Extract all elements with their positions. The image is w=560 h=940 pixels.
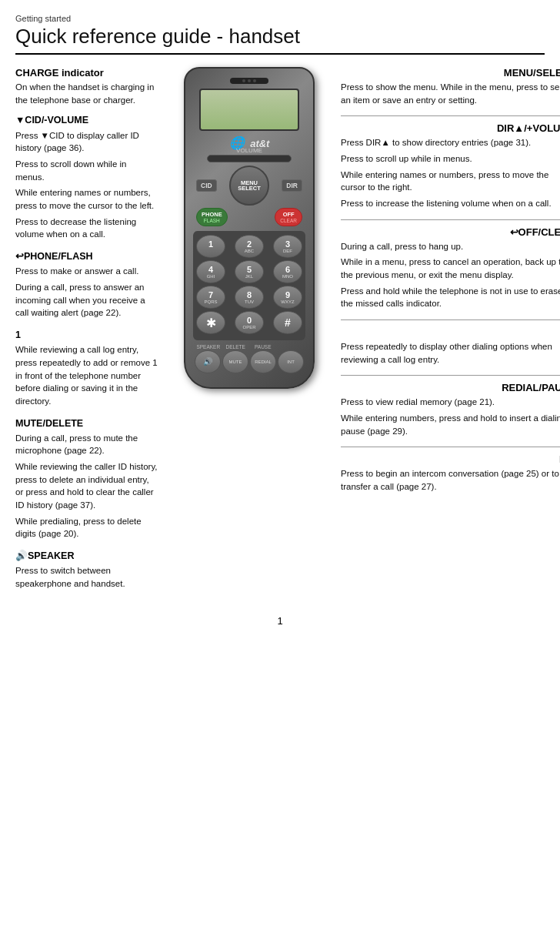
key-5[interactable]: 5 JKL xyxy=(235,260,264,283)
phone-off-row: PHONE FLASH OFF CLEAR xyxy=(193,208,305,226)
volume-bar xyxy=(207,155,292,162)
dir-button[interactable]: DIR xyxy=(282,179,302,192)
key-star[interactable]: ✱ xyxy=(196,311,225,334)
redial-pause-title: REDIAL/PAUSE xyxy=(341,382,560,393)
key-5-letters: JKL xyxy=(245,274,253,279)
key-9[interactable]: 9 WXYZ xyxy=(273,286,302,309)
clear-label: CLEAR xyxy=(280,218,297,223)
cid-volume-body: Press ▼CID to display caller ID history … xyxy=(15,129,158,241)
key1-body: While reviewing a call log entry, press … xyxy=(15,343,158,407)
mute-label: MUTE xyxy=(229,360,242,364)
cid-volume-section: ▼CID/-VOLUME Press ▼CID to display calle… xyxy=(15,114,158,241)
key-7-num: 7 xyxy=(208,291,213,299)
key-0-letters: OPER xyxy=(242,325,255,330)
key1-title: 1 xyxy=(15,329,158,341)
mute-delete-section: MUTE/DELETE During a call, press to mute… xyxy=(15,417,158,541)
select-label: SELECT xyxy=(238,186,261,192)
off-clear-title: ↩OFF/CLEAR xyxy=(341,226,560,238)
cid-button[interactable]: CID xyxy=(196,179,217,192)
key-9-num: 9 xyxy=(285,291,290,299)
off-label: OFF xyxy=(280,211,297,218)
key-0-num: 0 xyxy=(247,316,252,325)
keypad-row-4: ✱ 0 OPER # xyxy=(196,311,302,334)
phone-label: PHONE xyxy=(202,211,222,218)
keypad: 1 2 ABC 3 DEF xyxy=(193,231,305,340)
mute-button[interactable]: MUTE xyxy=(222,350,248,373)
speaker-top-label: SPEAKER xyxy=(195,344,222,350)
key-2[interactable]: 2 ABC xyxy=(235,235,264,258)
charge-indicator-title: CHARGE indicator xyxy=(15,67,158,79)
key-3[interactable]: 3 DEF xyxy=(273,235,302,258)
dir-volume-title: DIR▲/+VOLUME xyxy=(341,122,560,134)
key-4-num: 4 xyxy=(208,266,213,274)
left-column: CHARGE indicator On when the handset is … xyxy=(15,67,165,600)
keypad-row-1: 1 2 ABC 3 DEF xyxy=(196,235,302,258)
off-clear-section: ↩OFF/CLEAR During a call, press to hang … xyxy=(341,226,560,320)
int-body: Press to begin an intercom conversation … xyxy=(341,467,560,493)
menu-select-button[interactable]: MENU SELECT xyxy=(229,166,269,206)
key1-section: 1 While reviewing a call log entry, pres… xyxy=(15,329,158,408)
pause-top-label: PAUSE xyxy=(249,344,277,350)
bottom-label-row: SPEAKER DELETE PAUSE xyxy=(193,344,305,350)
key-6-num: 6 xyxy=(285,266,290,274)
key-1-letters xyxy=(210,249,212,253)
int-button[interactable]: INT xyxy=(278,350,304,373)
key-4-letters: GHI xyxy=(207,274,215,279)
bottom-buttons-row: 🔊 MUTE REDIAL INT xyxy=(193,350,305,373)
redial-pause-body: Press to view redial memory (page 21). W… xyxy=(341,396,560,437)
key-5-num: 5 xyxy=(247,266,252,274)
key-0[interactable]: 0 OPER xyxy=(235,311,264,334)
int-title: INT xyxy=(341,453,560,465)
key-8-letters: TUV xyxy=(245,299,254,304)
key-1-num: 1 xyxy=(208,240,213,249)
speaker-title: 🔊SPEAKER xyxy=(15,550,158,562)
keypad-row-3: 7 PQRS 8 TUV 9 WXYZ xyxy=(196,286,302,309)
page-number: 1 xyxy=(15,615,545,627)
mute-delete-title: MUTE/DELETE xyxy=(15,417,158,430)
cid-volume-title: ▼CID/-VOLUME xyxy=(15,114,158,126)
charge-indicator-body: On when the handset is charging in the t… xyxy=(15,81,158,106)
delete-top-label: DELETE xyxy=(222,344,250,350)
grille-dot xyxy=(242,79,245,82)
right-column: MENU/SELECT Press to show the menu. Whil… xyxy=(333,67,560,600)
off-clear-button[interactable]: OFF CLEAR xyxy=(275,208,302,226)
speaker-button[interactable]: 🔊 xyxy=(195,350,221,373)
menu-select-body: Press to show the menu. While in the men… xyxy=(341,81,560,106)
page-title: Quick reference guide - handset xyxy=(15,25,545,55)
phone-flash-button[interactable]: PHONE FLASH xyxy=(196,208,228,226)
key-8-num: 8 xyxy=(247,291,252,299)
phone-top-grille xyxy=(230,78,268,84)
keypad-row-2: 4 GHI 5 JKL 6 MNO xyxy=(196,260,302,283)
redial-button[interactable]: REDIAL xyxy=(250,350,276,373)
key-4[interactable]: 4 GHI xyxy=(196,260,225,283)
charge-indicator-section: CHARGE indicator On when the handset is … xyxy=(15,67,158,106)
speaker-body: Press to switch between speakerphone and… xyxy=(15,564,158,590)
phone-wrapper: 🌐 at&t VOLUME CID MENU SELECT xyxy=(168,67,330,389)
key-9-letters: WXYZ xyxy=(281,299,294,304)
redial-pause-section: REDIAL/PAUSE Press to view redial memory… xyxy=(341,382,560,447)
phone-image-area: 🌐 at&t VOLUME CID MENU SELECT xyxy=(165,67,333,600)
key-1[interactable]: 1 xyxy=(196,235,225,258)
dir-volume-body: Press DIR▲ to show directory entries (pa… xyxy=(341,136,560,209)
key-2-letters: ABC xyxy=(245,249,254,253)
redial-label: REDIAL xyxy=(255,360,272,364)
grille-dot xyxy=(253,79,256,82)
key-7-letters: PQRS xyxy=(204,299,217,304)
phone-flash-body: Press to make or answer a call. During a… xyxy=(15,265,158,319)
phone-flash-title: ↩PHONE/FLASH xyxy=(15,250,158,263)
mute-delete-body: During a call, press to mute the microph… xyxy=(15,432,158,540)
getting-started-label: Getting started xyxy=(15,14,545,23)
cid-menu-dir-row: CID MENU SELECT DIR xyxy=(193,166,305,206)
hash-section: # Press repeatedly to display other dial… xyxy=(341,326,560,376)
key-6-letters: MNO xyxy=(282,274,293,279)
grille-dots xyxy=(242,79,256,82)
key-hash[interactable]: # xyxy=(273,311,302,334)
phone-screen xyxy=(199,89,299,131)
key-8[interactable]: 8 TUV xyxy=(235,286,264,309)
volume-bar-area: VOLUME xyxy=(193,155,305,162)
hash-body: Press repeatedly to display other dialin… xyxy=(341,340,560,366)
key-7[interactable]: 7 PQRS xyxy=(196,286,225,309)
off-clear-body: During a call, press to hang up. While i… xyxy=(341,240,560,310)
menu-select-section: MENU/SELECT Press to show the menu. Whil… xyxy=(341,67,560,116)
key-6[interactable]: 6 MNO xyxy=(273,260,302,283)
